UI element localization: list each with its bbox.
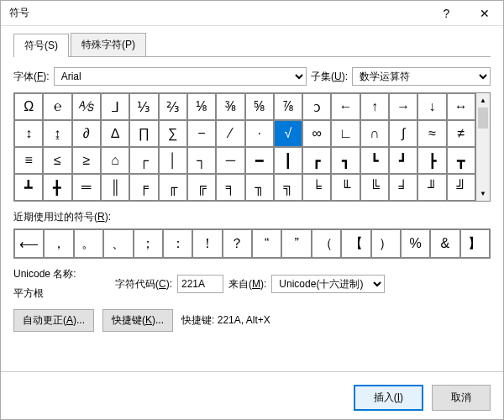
symbol-cell[interactable]: ⅝ [245,93,274,120]
recent-symbol-cell[interactable]: “ [252,229,281,258]
recent-symbol-cell[interactable]: ” [281,229,311,258]
content-area: 符号(S) 特殊字符(P) 字体(F): Arial 子集(U): 数学运算符 … [1,26,503,367]
symbol-cell[interactable]: ∙ [245,120,274,147]
symbol-cell[interactable]: ∫ [389,120,417,147]
shortcut-button[interactable]: 快捷键(K)... [102,309,173,332]
symbol-cell[interactable]: ━ [245,147,274,174]
font-subset-row: 字体(F): Arial 子集(U): 数学运算符 [13,67,491,86]
symbol-cell[interactable]: ∑ [159,120,187,147]
recent-symbol-cell[interactable]: 【 [341,229,370,258]
symbol-cell[interactable]: √ [274,120,302,147]
symbol-cell[interactable]: ╖ [245,174,274,201]
recent-symbol-cell[interactable]: ， [44,229,73,258]
symbol-cell[interactable]: ∩ [360,120,389,147]
recent-symbol-cell[interactable]: 、 [103,229,133,258]
symbol-cell[interactable]: ┌ [129,147,158,174]
symbol-cell[interactable]: ∏ [129,120,158,147]
symbol-cell[interactable]: ┗ [360,147,389,174]
symbol-cell[interactable]: ─ [216,147,244,174]
symbol-cell[interactable]: ↑ [360,93,389,120]
symbol-cell[interactable]: ↄ [302,93,331,120]
symbol-cell[interactable]: ╗ [274,174,302,201]
symbol-cell[interactable]: ╚ [360,174,389,201]
symbol-cell[interactable]: ╜ [417,174,446,201]
symbol-cell[interactable]: ═ [72,174,101,201]
help-button[interactable]: ? [428,1,465,26]
symbol-cell[interactable]: ∟ [331,120,360,147]
symbol-cell[interactable]: ← [331,93,360,120]
cancel-button[interactable]: 取消 [432,385,491,411]
symbol-cell[interactable]: ⅞ [274,93,302,120]
symbol-cell[interactable]: ↓ [417,93,446,120]
symbol-cell[interactable]: ⅍ [72,93,101,120]
scroll-up-icon[interactable]: ▲ [476,93,490,108]
symbol-cell[interactable]: ⅓ [129,93,158,120]
symbol-cell[interactable]: ╋ [43,174,71,201]
symbol-cell[interactable]: ⌂ [101,147,129,174]
symbol-cell[interactable]: ┣ [417,147,446,174]
symbol-cell[interactable]: Ω [14,93,43,120]
recent-symbol-cell[interactable]: ！ [192,229,222,258]
close-button[interactable]: ✕ [465,1,503,26]
scroll-track[interactable] [476,108,490,186]
symbol-cell[interactable]: ┏ [302,147,331,174]
symbol-cell[interactable]: ╕ [216,174,244,201]
symbol-cell[interactable]: ╒ [129,174,158,201]
symbol-cell[interactable]: ⅜ [216,93,244,120]
scrollbar[interactable]: ▲ ▼ [476,92,491,202]
symbol-cell[interactable]: ↔ [447,93,475,120]
char-code-input[interactable] [177,275,223,293]
autocorrect-button[interactable]: 自动更正(A)... [13,309,94,332]
symbol-cell[interactable]: ╝ [447,174,475,201]
symbol-cell[interactable]: ∂ [72,120,101,147]
symbol-cell[interactable]: │ [159,147,187,174]
symbol-cell[interactable]: ℮ [43,93,71,120]
symbol-cell[interactable]: ∕ [216,120,244,147]
recent-symbol-cell[interactable]: & [430,229,459,258]
symbol-cell[interactable]: ┳ [447,147,475,174]
insert-button[interactable]: 插入(I) [354,385,423,411]
recent-symbol-cell[interactable]: ； [134,229,163,258]
font-select[interactable]: Arial [54,67,307,86]
symbol-cell[interactable]: ⅃ [101,93,129,120]
scroll-thumb[interactable] [478,108,488,129]
from-select[interactable]: Unicode(十六进制) [271,275,385,293]
symbol-cell[interactable]: ╓ [159,174,187,201]
symbol-cell[interactable]: ∞ [302,120,331,147]
symbol-cell[interactable]: → [389,93,417,120]
symbol-cell[interactable]: ╔ [187,174,216,201]
symbol-cell[interactable]: ∆ [101,120,129,147]
recent-symbol-cell[interactable]: % [401,229,430,258]
recent-symbol-cell[interactable]: ⟵ [14,229,44,258]
recent-symbol-cell[interactable]: ） [371,229,401,258]
recent-symbol-cell[interactable]: 。 [74,229,103,258]
symbol-cell[interactable]: ≥ [72,147,101,174]
symbol-cell[interactable]: ↨ [43,120,71,147]
symbol-cell[interactable]: ↕ [14,120,43,147]
symbol-cell[interactable]: ≠ [447,120,475,147]
recent-symbol-cell[interactable]: ： [163,229,192,258]
symbol-cell[interactable]: ╛ [389,174,417,201]
symbol-cell[interactable]: ╘ [302,174,331,201]
recent-symbol-cell[interactable]: （ [312,229,341,258]
symbol-cell[interactable]: ⅔ [159,93,187,120]
recent-symbol-cell[interactable]: 】 [460,229,490,258]
subset-select[interactable]: 数学运算符 [352,67,491,86]
symbol-cell[interactable]: ┓ [331,147,360,174]
scroll-down-icon[interactable]: ▼ [476,186,490,201]
symbol-cell[interactable]: ╙ [331,174,360,201]
symbol-cell[interactable]: ┛ [389,147,417,174]
symbol-cell[interactable]: − [187,120,216,147]
symbol-cell[interactable]: ≤ [43,147,71,174]
symbol-cell[interactable]: ≡ [14,147,43,174]
tab-special-chars[interactable]: 特殊字符(P) [71,33,146,56]
symbol-cell[interactable]: ≈ [417,120,446,147]
symbol-cell[interactable]: ⅛ [187,93,216,120]
symbol-cell[interactable]: ║ [101,174,129,201]
symbol-cell[interactable]: ┻ [14,174,43,201]
symbol-cell[interactable]: ┐ [187,147,216,174]
symbol-grid: Ω℮⅍⅃⅓⅔⅛⅜⅝⅞ↄ←↑→↓↔↕↨∂∆∏∑−∕∙√∞∟∩∫≈≠≡≤≥⌂┌│┐─… [13,92,476,202]
tab-symbols[interactable]: 符号(S) [13,34,69,57]
symbol-cell[interactable]: ┃ [274,147,302,174]
recent-symbol-cell[interactable]: ？ [223,229,252,258]
